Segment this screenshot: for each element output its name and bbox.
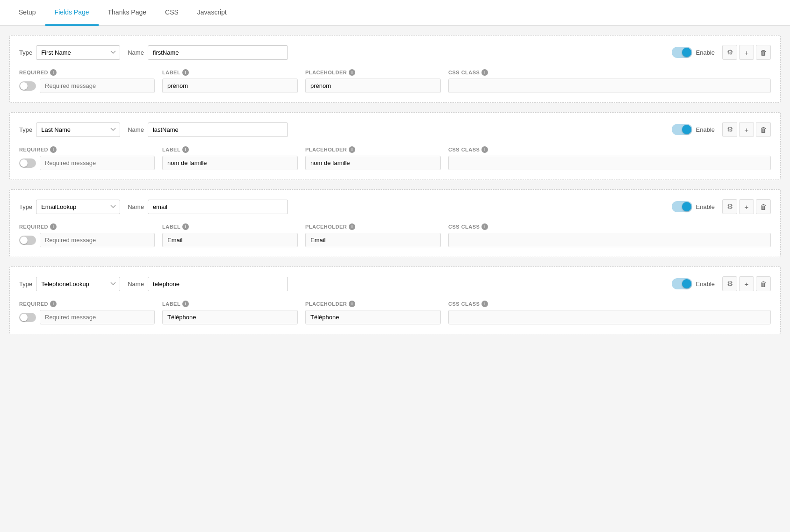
- card-top-row: Type EmailLookup Name Enable ⚙ + 🗑: [19, 199, 771, 214]
- label-info-icon[interactable]: i: [182, 301, 189, 307]
- enable-group: Enable: [672, 124, 715, 135]
- label-info-icon[interactable]: i: [182, 223, 189, 230]
- label-input[interactable]: [162, 233, 298, 247]
- tab-fields-page[interactable]: Fields Page: [45, 0, 99, 26]
- placeholder-info-icon[interactable]: i: [349, 146, 355, 153]
- css-class-input[interactable]: [448, 156, 771, 170]
- type-select[interactable]: TelephoneLookup: [36, 277, 120, 291]
- nav-tabs: SetupFields PageThanks PageCSSJavascript: [0, 0, 790, 26]
- label-input[interactable]: [162, 79, 298, 93]
- name-input[interactable]: [148, 277, 288, 291]
- placeholder-input[interactable]: [305, 310, 441, 324]
- enable-toggle[interactable]: [672, 278, 692, 289]
- card-bottom-row: REQUIRED i LABEL i: [19, 223, 771, 247]
- placeholder-group: PLACEHOLDER i: [305, 146, 441, 170]
- css-class-group: CSS CLASS i: [448, 69, 771, 93]
- required-section-label: REQUIRED i: [19, 301, 155, 307]
- type-select[interactable]: EmailLookup: [36, 200, 120, 214]
- gear-button[interactable]: ⚙: [722, 45, 737, 60]
- label-info-icon[interactable]: i: [182, 69, 189, 76]
- type-select[interactable]: Last Name: [36, 122, 120, 137]
- placeholder-section-label: PLACEHOLDER i: [305, 146, 441, 153]
- type-select[interactable]: First Name: [36, 45, 120, 60]
- enable-label: Enable: [696, 49, 715, 56]
- name-group: Name: [128, 277, 664, 291]
- label-section-label: LABEL i: [162, 146, 298, 153]
- name-input[interactable]: [148, 200, 288, 214]
- action-buttons: ⚙ + 🗑: [722, 122, 771, 137]
- required-toggle[interactable]: [19, 81, 36, 91]
- gear-button[interactable]: ⚙: [722, 199, 737, 214]
- css-class-section-label: CSS CLASS i: [448, 146, 771, 153]
- delete-button[interactable]: 🗑: [756, 199, 771, 214]
- enable-toggle[interactable]: [672, 124, 692, 135]
- delete-button[interactable]: 🗑: [756, 276, 771, 291]
- gear-button[interactable]: ⚙: [722, 276, 737, 291]
- required-toggle[interactable]: [19, 236, 36, 245]
- css-class-info-icon[interactable]: i: [481, 69, 488, 76]
- label-input[interactable]: [162, 310, 298, 324]
- action-buttons: ⚙ + 🗑: [722, 276, 771, 291]
- name-group: Name: [128, 200, 664, 214]
- tab-thanks-page[interactable]: Thanks Page: [99, 0, 156, 26]
- delete-button[interactable]: 🗑: [756, 45, 771, 60]
- type-label: Type: [19, 49, 32, 56]
- required-message-input[interactable]: [40, 233, 155, 247]
- enable-toggle[interactable]: [672, 47, 692, 58]
- field-card-2: Type Last Name Name Enable ⚙ + 🗑: [9, 112, 781, 180]
- add-button[interactable]: +: [739, 122, 754, 137]
- card-bottom-row: REQUIRED i LABEL i: [19, 146, 771, 170]
- enable-label: Enable: [696, 203, 715, 210]
- tab-setup[interactable]: Setup: [9, 0, 45, 26]
- css-class-info-icon[interactable]: i: [481, 146, 488, 153]
- placeholder-info-icon[interactable]: i: [349, 69, 355, 76]
- label-group: LABEL i: [162, 223, 298, 247]
- required-message-input[interactable]: [40, 79, 155, 93]
- required-info-icon[interactable]: i: [50, 146, 57, 153]
- enable-group: Enable: [672, 201, 715, 212]
- tab-css[interactable]: CSS: [156, 0, 188, 26]
- name-input[interactable]: [148, 122, 288, 137]
- gear-button[interactable]: ⚙: [722, 122, 737, 137]
- placeholder-info-icon[interactable]: i: [349, 223, 355, 230]
- enable-toggle[interactable]: [672, 201, 692, 212]
- placeholder-section-label: PLACEHOLDER i: [305, 223, 441, 230]
- required-group: REQUIRED i: [19, 146, 155, 170]
- required-message-input[interactable]: [40, 310, 155, 324]
- placeholder-input[interactable]: [305, 156, 441, 170]
- required-toggle[interactable]: [19, 158, 36, 168]
- name-input[interactable]: [148, 45, 288, 60]
- placeholder-info-icon[interactable]: i: [349, 301, 355, 307]
- enable-label: Enable: [696, 126, 715, 133]
- placeholder-input[interactable]: [305, 79, 441, 93]
- card-top-row: Type TelephoneLookup Name Enable ⚙ + �: [19, 276, 771, 291]
- action-buttons: ⚙ + 🗑: [722, 45, 771, 60]
- tab-javascript[interactable]: Javascript: [188, 0, 236, 26]
- css-class-input[interactable]: [448, 310, 771, 324]
- placeholder-input[interactable]: [305, 233, 441, 247]
- required-info-icon[interactable]: i: [50, 223, 57, 230]
- required-group: REQUIRED i: [19, 223, 155, 247]
- required-info-icon[interactable]: i: [50, 301, 57, 307]
- css-class-section-label: CSS CLASS i: [448, 69, 771, 76]
- css-class-input[interactable]: [448, 79, 771, 93]
- enable-group: Enable: [672, 278, 715, 289]
- css-class-section-label: CSS CLASS i: [448, 301, 771, 307]
- css-class-info-icon[interactable]: i: [481, 301, 488, 307]
- card-top-row: Type Last Name Name Enable ⚙ + 🗑: [19, 122, 771, 137]
- add-button[interactable]: +: [739, 45, 754, 60]
- delete-button[interactable]: 🗑: [756, 122, 771, 137]
- required-group: REQUIRED i: [19, 69, 155, 93]
- add-button[interactable]: +: [739, 199, 754, 214]
- css-class-input[interactable]: [448, 233, 771, 247]
- fields-list: Type First Name Name Enable ⚙ + 🗑: [9, 35, 781, 334]
- css-class-info-icon[interactable]: i: [481, 223, 488, 230]
- required-section-label: REQUIRED i: [19, 69, 155, 76]
- add-button[interactable]: +: [739, 276, 754, 291]
- label-input[interactable]: [162, 156, 298, 170]
- required-message-input[interactable]: [40, 156, 155, 170]
- required-info-icon[interactable]: i: [50, 69, 57, 76]
- card-top-row: Type First Name Name Enable ⚙ + 🗑: [19, 45, 771, 60]
- label-info-icon[interactable]: i: [182, 146, 189, 153]
- required-toggle[interactable]: [19, 313, 36, 322]
